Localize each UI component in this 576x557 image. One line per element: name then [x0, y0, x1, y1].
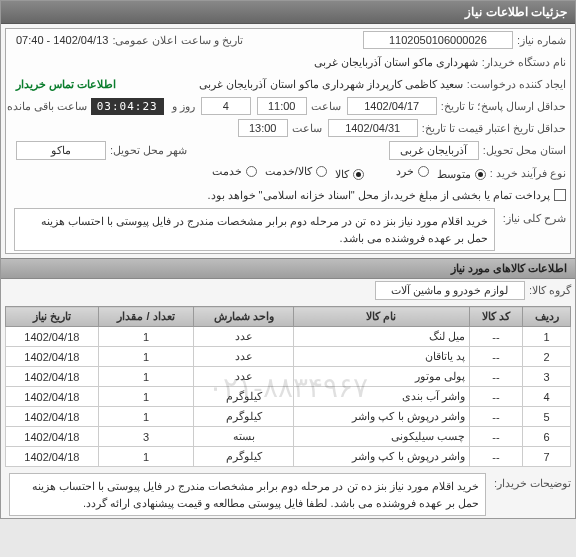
- radio-icon[interactable]: [316, 166, 327, 177]
- cell-row: 5: [523, 407, 571, 427]
- table-row: 1--میل لنگعدد11402/04/18: [6, 327, 571, 347]
- group-label: گروه کالا:: [529, 284, 571, 297]
- cell-code: --: [469, 447, 523, 467]
- buyer-notes-label: توضیحات خریدار:: [494, 473, 571, 490]
- col-row: ردیف: [523, 307, 571, 327]
- product-type-option[interactable]: خدمت: [212, 165, 257, 178]
- cell-row: 4: [523, 387, 571, 407]
- payment-checkbox[interactable]: [554, 189, 566, 201]
- radio-icon[interactable]: [475, 169, 486, 180]
- cell-date: 1402/04/18: [6, 407, 99, 427]
- product-type-option[interactable]: کالا/خدمت: [265, 165, 327, 178]
- cell-unit: کیلوگرم: [194, 387, 294, 407]
- price-time-label: ساعت: [292, 122, 322, 135]
- table-row: 3--پولی موتورعدد11402/04/18: [6, 367, 571, 387]
- radio-label: کالا/خدمت: [265, 165, 312, 178]
- buyer-org-value: شهرداری ماکو استان آذربایجان غربی: [314, 56, 478, 69]
- need-number-label: شماره نیاز:: [517, 34, 566, 47]
- reply-deadline-label: حداقل ارسال پاسخ؛ تا تاریخ:: [441, 100, 566, 113]
- cell-date: 1402/04/18: [6, 367, 99, 387]
- cell-name: چسب سیلیکونی: [294, 427, 469, 447]
- items-header: اطلاعات کالاهای مورد نیاز: [1, 258, 575, 279]
- radio-icon[interactable]: [353, 169, 364, 180]
- city-label: شهر محل تحویل:: [110, 144, 187, 157]
- cell-qty: 3: [98, 427, 194, 447]
- cell-qty: 1: [98, 407, 194, 427]
- group-field: لوازم خودرو و ماشین آلات: [375, 281, 525, 300]
- col-date: تاریخ نیاز: [6, 307, 99, 327]
- buyer-notes-text: خرید اقلام مورد نیاز بنز ده تن در مرحله …: [9, 473, 486, 516]
- radio-label: خرد: [396, 165, 414, 178]
- cell-unit: کیلوگرم: [194, 407, 294, 427]
- cell-name: پولی موتور: [294, 367, 469, 387]
- items-table: ردیف کد کالا نام کالا واحد شمارش تعداد /…: [5, 306, 571, 467]
- cell-qty: 1: [98, 387, 194, 407]
- radio-icon[interactable]: [418, 166, 429, 177]
- table-row: 6--چسب سیلیکونیبسته31402/04/18: [6, 427, 571, 447]
- announce-value: 1402/04/13 - 07:40: [16, 34, 108, 46]
- announce-label: تاریخ و ساعت اعلان عمومی:: [112, 34, 242, 47]
- need-number-field: 1102050106000026: [363, 31, 513, 49]
- table-row: 4--واشر آب بندیکیلوگرم11402/04/18: [6, 387, 571, 407]
- remaining-label: ساعت باقی مانده: [7, 100, 87, 113]
- table-row: 5--واشر درپوش با کپ واشرکیلوگرم11402/04/…: [6, 407, 571, 427]
- countdown-timer: 03:04:23: [91, 98, 164, 115]
- requester-label: ایجاد کننده درخواست:: [467, 78, 566, 91]
- radio-label: متوسط: [437, 168, 471, 181]
- radio-icon[interactable]: [246, 166, 257, 177]
- reply-time-field: 11:00: [257, 97, 307, 115]
- cell-row: 3: [523, 367, 571, 387]
- buyer-org-label: نام دستگاه خریدار:: [482, 56, 566, 69]
- cell-code: --: [469, 387, 523, 407]
- cell-unit: عدد: [194, 367, 294, 387]
- reply-time-label: ساعت: [311, 100, 341, 113]
- cell-qty: 1: [98, 347, 194, 367]
- title-bar: جزئیات اطلاعات نیاز: [1, 1, 575, 24]
- table-row: 7--واشر درپوش با کپ واشرکیلوگرم11402/04/…: [6, 447, 571, 467]
- col-name: نام کالا: [294, 307, 469, 327]
- process-type-option[interactable]: متوسط: [437, 168, 486, 181]
- process-type-option[interactable]: خرد: [396, 165, 429, 178]
- cell-code: --: [469, 367, 523, 387]
- days-field: 4: [201, 97, 251, 115]
- cell-name: واشر درپوش با کپ واشر: [294, 407, 469, 427]
- province-label: استان محل تحویل:: [483, 144, 566, 157]
- price-date-field: 1402/04/31: [328, 119, 418, 137]
- cell-row: 2: [523, 347, 571, 367]
- price-deadline-label: حداقل تاریخ اعتبار قیمت تا تاریخ:: [422, 122, 566, 135]
- cell-date: 1402/04/18: [6, 427, 99, 447]
- payment-note: پرداخت تمام یا بخشی از مبلغ خرید،از محل …: [207, 189, 550, 202]
- price-time-field: 13:00: [238, 119, 288, 137]
- cell-name: پد یاتاقان: [294, 347, 469, 367]
- cell-unit: بسته: [194, 427, 294, 447]
- product-type-option[interactable]: کالا: [335, 168, 364, 181]
- cell-code: --: [469, 327, 523, 347]
- cell-date: 1402/04/18: [6, 327, 99, 347]
- table-row: 2--پد یاتاقانعدد11402/04/18: [6, 347, 571, 367]
- cell-code: --: [469, 407, 523, 427]
- summary-text: خرید اقلام مورد نیاز بنز ده تن در مرحله …: [14, 208, 495, 251]
- col-qty: تعداد / مقدار: [98, 307, 194, 327]
- cell-date: 1402/04/18: [6, 447, 99, 467]
- cell-name: واشر آب بندی: [294, 387, 469, 407]
- col-unit: واحد شمارش: [194, 307, 294, 327]
- reply-date-field: 1402/04/17: [347, 97, 437, 115]
- cell-unit: عدد: [194, 347, 294, 367]
- process-type-label: نوع فرآیند خرید :: [490, 167, 566, 180]
- radio-label: کالا: [335, 168, 349, 181]
- cell-qty: 1: [98, 327, 194, 347]
- cell-name: میل لنگ: [294, 327, 469, 347]
- province-field: آذربایجان غربی: [389, 141, 479, 160]
- cell-unit: کیلوگرم: [194, 447, 294, 467]
- contact-link[interactable]: اطلاعات تماس خریدار: [16, 78, 116, 91]
- cell-row: 7: [523, 447, 571, 467]
- col-code: کد کالا: [469, 307, 523, 327]
- cell-row: 1: [523, 327, 571, 347]
- cell-qty: 1: [98, 447, 194, 467]
- cell-row: 6: [523, 427, 571, 447]
- cell-code: --: [469, 347, 523, 367]
- summary-label: شرح کلی نیاز:: [503, 208, 566, 225]
- city-field: ماکو: [16, 141, 106, 160]
- cell-unit: عدد: [194, 327, 294, 347]
- days-label: روز و: [172, 100, 195, 113]
